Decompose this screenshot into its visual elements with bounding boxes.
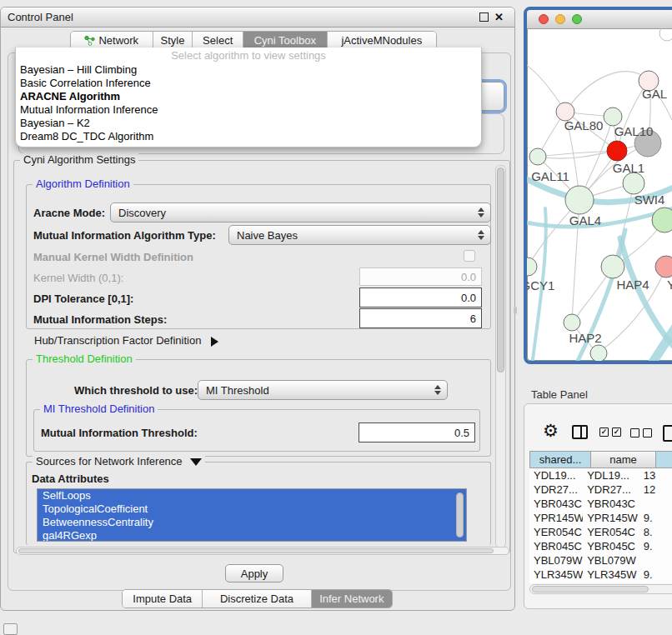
network-view-window: GALGAL80GAL10GAL1GAL11SWI4GAL4GCY1HAP4YH…	[524, 7, 672, 364]
table-cell: 9.	[639, 539, 672, 553]
table-row[interactable]: YPR145WYPR145W9.	[529, 511, 672, 525]
network-node[interactable]	[565, 186, 594, 214]
columns-icon[interactable]	[572, 425, 588, 439]
table-panel-window: ⚙ ✓ ✓ shared... name A YDL19...YDL19...1…	[524, 403, 672, 609]
close-window-icon[interactable]	[539, 14, 549, 24]
tab-infer-network[interactable]: Infer Network	[312, 590, 392, 608]
network-canvas[interactable]: GALGAL80GAL10GAL1GAL11SWI4GAL4GCY1HAP4YH…	[527, 28, 672, 361]
data-attributes-list[interactable]: SelfLoopsTopologicalCoefficientBetweenne…	[37, 488, 467, 542]
network-node-label: Y	[667, 278, 672, 292]
table-hscrollbar[interactable]	[529, 584, 672, 594]
zoom-window-icon[interactable]	[572, 14, 582, 24]
tab-impute-data[interactable]: Impute Data	[123, 590, 203, 608]
network-window-titlebar	[527, 10, 672, 29]
apply-button[interactable]: Apply	[225, 564, 283, 582]
settings-vscrollbar[interactable]	[495, 165, 506, 548]
algorithm-option[interactable]: Mutual Information Inference	[16, 103, 481, 117]
network-node[interactable]	[527, 258, 537, 276]
select-all-checkbox-icon[interactable]: ✓	[612, 428, 621, 437]
attribute-list-item[interactable]: TopologicalCoefficient	[38, 502, 466, 516]
column-header-name[interactable]: name	[591, 451, 656, 468]
table-row[interactable]: YIL052CYIL052C9.	[529, 582, 672, 583]
table-hscrollbar-thumb[interactable]	[532, 586, 649, 592]
close-panel-icon[interactable]: ✕	[494, 8, 504, 27]
settings-vscrollbar-thumb[interactable]	[497, 168, 504, 372]
network-edge	[538, 151, 617, 157]
which-threshold-label: Which threshold to use:	[74, 384, 198, 397]
threshold-definition-title: Threshold Definition	[33, 352, 136, 365]
hub-definition-toggle[interactable]: Hub/Transcription Factor Definition	[34, 334, 218, 347]
mi-threshold-label: Mutual Information Threshold:	[41, 427, 198, 439]
select-all-checkbox-icon[interactable]: ✓	[599, 428, 609, 437]
network-node[interactable]	[590, 345, 607, 361]
algorithm-option[interactable]: Dream8 DC_TDC Algorithm	[16, 130, 481, 143]
mi-threshold-value: 0.5	[454, 427, 469, 439]
sources-group-title[interactable]: Sources for Network Inference	[33, 455, 205, 468]
network-node[interactable]	[652, 208, 672, 232]
settings-hscrollbar-thumb[interactable]	[18, 548, 494, 553]
column-header-shared-name[interactable]: shared...	[529, 451, 591, 468]
float-panel-icon[interactable]	[479, 12, 489, 22]
tab-discretize-data[interactable]: Discretize Data	[203, 590, 311, 608]
mi-steps-field[interactable]: 6	[359, 308, 482, 328]
deselect-all-checkbox-icon[interactable]	[630, 428, 639, 438]
tab-select[interactable]: Select	[193, 32, 243, 49]
table-row[interactable]: YBR045CYBR045C9.	[529, 539, 672, 553]
which-threshold-combo[interactable]: MI Threshold	[198, 380, 448, 400]
table-row[interactable]: YER054CYER054C8.	[529, 525, 672, 539]
tab-cyni-toolbox-label: Cyni Toolbox	[254, 32, 316, 49]
aracne-mode-combo[interactable]: Discovery	[110, 202, 491, 222]
column-header-extra[interactable]: A	[656, 451, 672, 468]
network-node[interactable]	[604, 108, 622, 126]
gear-icon[interactable]: ⚙	[543, 422, 559, 439]
attribute-list-item[interactable]: BetweennessCentrality	[38, 516, 466, 529]
table-row[interactable]: YBL079WYBL079W	[529, 553, 672, 568]
export-table-icon[interactable]	[663, 425, 672, 442]
algorithm-option[interactable]: Basic Correlation Inference	[16, 77, 481, 90]
attributes-vscrollbar-thumb[interactable]	[456, 492, 464, 538]
table-row[interactable]: YDR27...YDR27...12	[529, 482, 672, 497]
network-node[interactable]	[659, 28, 672, 41]
network-node[interactable]	[564, 314, 580, 331]
tab-jactivemnodules-label: jActiveMNodules	[341, 32, 422, 49]
manual-kernel-checkbox[interactable]	[464, 250, 475, 262]
attribute-list-item[interactable]: gal4RGexp	[38, 529, 466, 542]
dpi-tolerance-field[interactable]: 0.0	[359, 288, 482, 308]
mi-threshold-field[interactable]: 0.5	[359, 422, 475, 442]
kernel-width-field[interactable]: 0.0	[359, 268, 482, 286]
threshold-definition-group: Threshold Definition Which threshold to …	[26, 359, 491, 457]
tab-cyni-toolbox[interactable]: Cyni Toolbox	[243, 32, 328, 49]
split-pane-handle[interactable]	[514, 307, 517, 314]
mi-type-combo[interactable]: Naive Bayes	[228, 225, 491, 245]
tab-jactivemnodules[interactable]: jActiveMNodules	[328, 32, 436, 49]
network-node[interactable]	[623, 172, 644, 194]
network-node[interactable]	[529, 148, 546, 165]
algorithm-dropdown[interactable]: Select algorithm to view settings Bayesi…	[15, 48, 482, 148]
table-cell: YER054C	[583, 525, 639, 539]
table-row[interactable]: YLR345WYLR345W9.	[529, 568, 672, 582]
kernel-width-label: Kernel Width (0,1):	[33, 272, 123, 284]
table-row[interactable]: YDL19...YDL19...13	[529, 468, 672, 482]
aracne-mode-value: Discovery	[118, 207, 166, 219]
network-node-label: SWI4	[634, 192, 665, 207]
algorithm-dropdown-placeholder: Select algorithm to view settings	[16, 48, 481, 63]
algorithm-option[interactable]: Bayesian – Hill Climbing	[16, 63, 481, 77]
table-body[interactable]: YDL19...YDL19...13YDR27...YDR27...12YBR0…	[529, 468, 672, 583]
network-node-label: HAP2	[569, 331, 601, 345]
tab-network[interactable]: Network	[71, 32, 153, 49]
settings-hscrollbar[interactable]	[16, 547, 509, 555]
network-node[interactable]	[601, 255, 624, 278]
network-node[interactable]	[655, 256, 672, 278]
table-cell: YBL079W	[583, 553, 639, 568]
tab-style[interactable]: Style	[153, 32, 193, 49]
algorithm-option[interactable]: ARACNE Algorithm	[16, 90, 481, 103]
algorithm-option[interactable]: Bayesian – K2	[16, 117, 481, 130]
network-node[interactable]	[607, 141, 627, 161]
table-cell: YDL19...	[529, 468, 583, 482]
table-cell: YDR27...	[583, 482, 639, 497]
attribute-list-item[interactable]: SelfLoops	[38, 489, 466, 502]
deselect-all-checkbox-icon[interactable]	[643, 428, 652, 438]
minimize-window-icon[interactable]	[555, 14, 565, 24]
table-row[interactable]: YBR043CYBR043C	[529, 497, 672, 511]
restore-panel-button[interactable]	[3, 623, 18, 635]
